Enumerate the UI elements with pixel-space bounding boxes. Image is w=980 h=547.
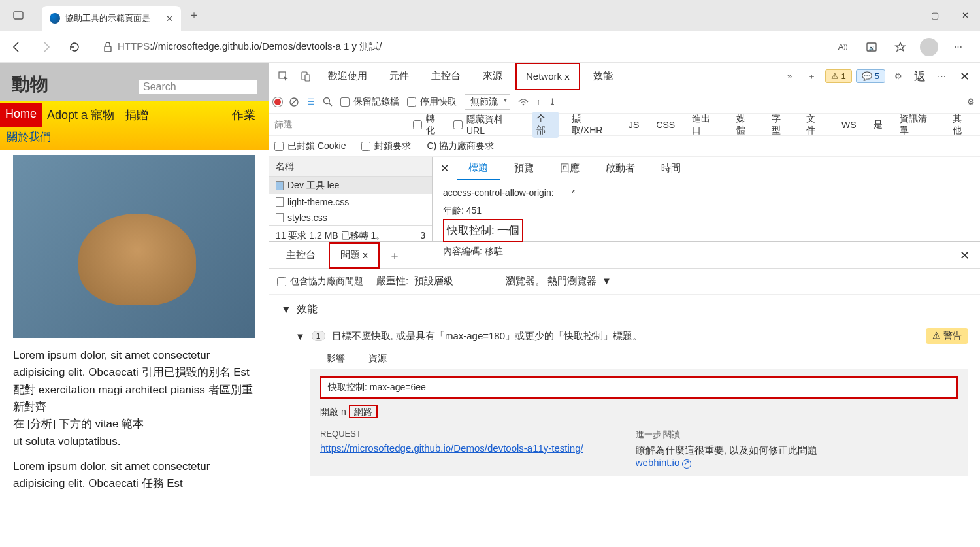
network-conditions-icon[interactable] bbox=[518, 98, 529, 106]
more-options-icon[interactable]: ⋯ bbox=[932, 71, 951, 81]
drawer-add-tab[interactable]: ＋ bbox=[382, 248, 407, 263]
add-tab-icon[interactable]: ＋ bbox=[803, 71, 821, 82]
file-icon bbox=[276, 197, 284, 207]
detail-close-button[interactable]: ✕ bbox=[435, 162, 454, 174]
issues-badge[interactable]: 💬 5 bbox=[856, 69, 885, 83]
webhint-link[interactable]: webhint.io bbox=[636, 457, 680, 468]
record-button[interactable] bbox=[274, 99, 281, 105]
disable-cache-checkbox[interactable]: 停用快取 bbox=[407, 96, 457, 108]
feedback-button[interactable]: 返 bbox=[911, 63, 928, 90]
open-in-row: 開啟 n 網路 bbox=[320, 404, 958, 421]
tab-initiator[interactable]: 啟動者 bbox=[594, 157, 647, 180]
page-nav: Home Adopt a 寵物 捐贈 作業 關於我們 bbox=[0, 101, 269, 150]
request-row[interactable]: light-theme.css bbox=[269, 194, 432, 210]
inspect-icon[interactable] bbox=[274, 71, 293, 82]
filter-media[interactable]: 媒體 bbox=[732, 112, 759, 138]
tab-performance[interactable]: 效能 bbox=[584, 63, 622, 90]
issue-row[interactable]: ▼ 1 目標不應快取, 或是具有「max-age=180」或更少的「快取控制」標… bbox=[295, 328, 968, 344]
open-in-network-link[interactable]: 網路 bbox=[349, 405, 378, 418]
tab-network[interactable]: Network x bbox=[515, 63, 580, 90]
devtools-close-button[interactable]: ✕ bbox=[955, 69, 975, 84]
tab-actions-icon[interactable] bbox=[5, 10, 31, 21]
tab-sources[interactable]: 來源 bbox=[474, 63, 512, 90]
search-input[interactable]: Search bbox=[139, 80, 257, 94]
issue-category[interactable]: ▼ 效能 bbox=[281, 303, 968, 316]
request-row[interactable]: Dev 工具 lee bbox=[269, 177, 432, 194]
invert-checkbox[interactable]: 轉化 bbox=[413, 113, 444, 137]
forward-button[interactable] bbox=[34, 35, 57, 59]
drawer-tab-console[interactable]: 主控台 bbox=[276, 242, 326, 269]
tab-response[interactable]: 回應 bbox=[548, 157, 591, 180]
filter-doc[interactable]: 文件 bbox=[802, 112, 828, 138]
tab-timing[interactable]: 時間 bbox=[649, 157, 693, 180]
issue-detail-box: 快取控制: max-age=6ee 開啟 n 網路 REQUEST https:… bbox=[310, 369, 968, 476]
filter-manifest[interactable]: 資訊清單 bbox=[896, 112, 940, 138]
maximize-button[interactable]: ▢ bbox=[920, 3, 950, 29]
close-window-button[interactable]: ✕ bbox=[950, 3, 980, 29]
filter-fetch[interactable]: 擷取/XHR bbox=[568, 112, 615, 138]
browser-tab-active[interactable]: 協助工具的示範頁面是 ✕ bbox=[42, 6, 181, 31]
drawer-tab-issues[interactable]: 問題 x bbox=[329, 242, 380, 269]
request-row[interactable]: styles.css bbox=[269, 210, 432, 225]
svg-point-9 bbox=[324, 98, 330, 104]
refresh-button[interactable] bbox=[63, 35, 86, 59]
drawer-close-button[interactable]: ✕ bbox=[956, 248, 973, 263]
download-icon[interactable]: ⤓ bbox=[549, 97, 556, 107]
filter-icon[interactable]: ☰ bbox=[307, 97, 315, 107]
filter-js[interactable]: JS bbox=[625, 118, 643, 131]
search-icon[interactable] bbox=[323, 97, 333, 107]
request-link[interactable]: https://microsoftedge.github.io/Demos/de… bbox=[320, 442, 583, 454]
throttling-select[interactable]: 無節流 bbox=[465, 94, 510, 110]
settings-icon[interactable]: ⚙ bbox=[889, 71, 907, 81]
network-settings-icon[interactable]: ⚙ bbox=[967, 97, 975, 107]
more-tabs-icon[interactable]: » bbox=[781, 71, 799, 81]
tab-close-button[interactable]: ✕ bbox=[155, 14, 173, 24]
filter-export[interactable]: 進出口 bbox=[688, 112, 723, 138]
include-third-party-checkbox[interactable]: 包含協力廠商問題 bbox=[277, 276, 363, 288]
request-list-header[interactable]: 名稱 bbox=[269, 157, 432, 177]
profile-avatar[interactable] bbox=[917, 35, 941, 59]
blocked-requests-checkbox[interactable]: 封鎖要求 bbox=[361, 141, 411, 152]
filter-other[interactable]: 其他 bbox=[949, 112, 975, 138]
back-button[interactable] bbox=[5, 35, 29, 59]
warnings-badge[interactable]: ⚠ 1 bbox=[825, 69, 852, 83]
favicon-icon bbox=[50, 13, 60, 24]
filter-yes[interactable]: 是 bbox=[870, 118, 887, 132]
nav-about[interactable]: 關於我們 bbox=[0, 127, 269, 147]
filter-font[interactable]: 字型 bbox=[768, 112, 794, 138]
page-title: 動物 bbox=[12, 72, 48, 97]
device-toggle-icon[interactable] bbox=[297, 71, 315, 82]
request-detail: ✕ 標題 預覽 回應 啟動者 時間 access-control-allow-o… bbox=[433, 157, 980, 241]
page-paragraph-1: Lorem ipsum dolor, sit amet consectetur … bbox=[0, 343, 269, 454]
nav-adopt[interactable]: Adopt a 寵物 bbox=[42, 103, 120, 127]
upload-icon[interactable]: ↑ bbox=[536, 97, 541, 107]
third-party-label: C) 協力廠商要求 bbox=[427, 141, 494, 152]
hero-image bbox=[13, 155, 255, 338]
nav-donate[interactable]: 捐贈 bbox=[120, 103, 154, 127]
nav-jobs[interactable]: 作業 bbox=[227, 103, 261, 127]
reading-mode-icon[interactable]: 🔊 bbox=[860, 35, 883, 59]
blocked-cookies-checkbox[interactable]: 已封鎖 Cookie bbox=[274, 141, 346, 152]
favorites-icon[interactable] bbox=[889, 35, 912, 59]
new-tab-button[interactable]: ＋ bbox=[181, 8, 207, 22]
preserve-log-checkbox[interactable]: 保留記錄檔 bbox=[340, 96, 399, 108]
network-body: 名稱 Dev 工具 lee light-theme.css styles.css… bbox=[269, 157, 980, 242]
filter-css[interactable]: CSS bbox=[652, 118, 679, 131]
minimize-button[interactable]: ― bbox=[890, 3, 920, 29]
nav-home[interactable]: Home bbox=[0, 103, 42, 127]
clear-icon[interactable] bbox=[289, 97, 299, 107]
filter-input[interactable]: 篩選 bbox=[274, 119, 404, 131]
filter-ws[interactable]: WS bbox=[838, 118, 860, 131]
tab-welcome[interactable]: 歡迎使用 bbox=[319, 63, 376, 90]
devtools-panel: 歡迎使用 元件 主控台 來源 Network x 效能 » ＋ ⚠ 1 💬 5 … bbox=[269, 63, 980, 547]
tab-elements[interactable]: 元件 bbox=[380, 63, 418, 90]
tab-title: 協助工具的示範頁面是 bbox=[65, 12, 150, 24]
read-aloud-icon[interactable]: A)) bbox=[831, 35, 855, 59]
hide-data-urls-checkbox[interactable]: 隱藏資料 URL bbox=[453, 114, 523, 136]
filter-all[interactable]: 全部 bbox=[532, 112, 559, 138]
tab-preview[interactable]: 預覽 bbox=[502, 157, 546, 180]
app-menu-button[interactable]: ⋯ bbox=[946, 35, 970, 59]
url-field[interactable]: HTTPS://microsoftedge.github.io/Demos/de… bbox=[98, 36, 800, 58]
tab-headers[interactable]: 標題 bbox=[457, 157, 500, 180]
tab-console[interactable]: 主控台 bbox=[422, 63, 470, 90]
